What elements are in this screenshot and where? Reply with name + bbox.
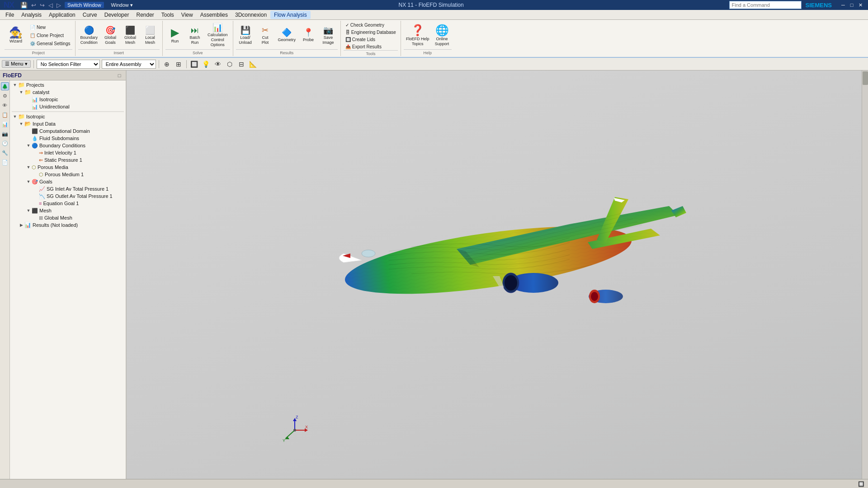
panel-icon-settings[interactable]: ⚙: [1, 92, 9, 100]
tree-item-input-data[interactable]: ▼ 📂 Input Data: [10, 120, 126, 127]
menu-file[interactable]: File: [2, 11, 18, 19]
titlebar-window[interactable]: Window ▾: [111, 2, 133, 8]
toolbar-snap-icon[interactable]: ⊕: [162, 59, 172, 69]
titlebar-undo-icon[interactable]: ↩: [31, 2, 36, 9]
expand-goals[interactable]: ▼: [25, 178, 32, 185]
maximize-button[interactable]: □: [848, 1, 856, 9]
results-buttons: 💾 Load/Unload ✂ CutPlot 🔷 Geometry 📍 Pro…: [236, 22, 338, 49]
wizard-button[interactable]: 🧙 Wizard: [5, 26, 27, 45]
export-results-button[interactable]: 📤 Export Results: [344, 43, 398, 50]
boundary-condition-button[interactable]: 🔵 BoundaryCondition: [78, 25, 100, 47]
calculation-control-button[interactable]: 📊 CalculationControlOptions: [205, 22, 230, 48]
toolbar-light-icon[interactable]: 💡: [201, 59, 211, 69]
titlebar-switch-window[interactable]: Switch Window: [65, 2, 104, 8]
save-image-button[interactable]: 📷 SaveImage: [319, 25, 338, 47]
panel-icon-camera[interactable]: 📷: [1, 130, 9, 138]
online-support-button[interactable]: 🌐 OnlineSupport: [433, 23, 452, 48]
tree-item-porous-medium[interactable]: ⬡ Porous Medium 1: [10, 171, 126, 178]
expand-mesh[interactable]: ▼: [25, 207, 32, 214]
tree-item-isotropic-sub[interactable]: 📊 Isotropic: [10, 96, 126, 103]
expand-input-data[interactable]: ▼: [18, 121, 24, 127]
load-unload-button[interactable]: 💾 Load/Unload: [236, 25, 255, 47]
general-settings-button[interactable]: ⚙️ General Settings: [28, 40, 72, 47]
tree-item-boundary-conditions[interactable]: ▼ 🔵 Boundary Conditions: [10, 142, 126, 149]
menu-curve[interactable]: Curve: [79, 11, 101, 19]
floefd-help-button[interactable]: ❓ FloEFD HelpTopics: [404, 23, 432, 48]
panel-maximize-icon[interactable]: □: [116, 73, 123, 78]
menu-tools[interactable]: Tools: [158, 11, 178, 19]
cut-plot-button[interactable]: ✂ CutPlot: [256, 25, 275, 47]
expand-porous[interactable]: ▼: [25, 164, 32, 170]
expand-isotropic-root[interactable]: ▼: [12, 113, 18, 120]
local-mesh-button[interactable]: ⬜ LocalMesh: [141, 25, 160, 47]
check-geometry-button[interactable]: ✓ Check Geometry: [344, 22, 398, 28]
tree-item-inlet-velocity[interactable]: ⇒ Inlet Velocity 1: [10, 149, 126, 156]
menu-dropdown[interactable]: ☰ Menu ▾: [2, 60, 31, 68]
menu-application[interactable]: Application: [45, 11, 79, 19]
expand-boundary[interactable]: ▼: [25, 142, 32, 149]
viewport-scrollbar[interactable]: [862, 70, 868, 479]
titlebar-save-icon[interactable]: 💾: [20, 2, 28, 9]
tree-item-computational-domain[interactable]: ⬛ Computational Domain: [10, 127, 126, 135]
tree-item-global-mesh[interactable]: ⊞ Global Mesh: [10, 214, 126, 221]
menu-analysis[interactable]: Analysis: [18, 11, 45, 19]
expand-catalyst[interactable]: ▼: [18, 89, 24, 95]
menu-assemblies[interactable]: Assemblies: [197, 11, 231, 19]
viewport[interactable]: Z X Y: [127, 70, 868, 479]
close-button[interactable]: ✕: [856, 1, 864, 9]
selection-filter-select[interactable]: No Selection Filter: [37, 60, 100, 69]
expand-results[interactable]: ▶: [18, 222, 24, 228]
porous-icon: ⬡: [32, 164, 36, 170]
menu-developer[interactable]: Developer: [101, 11, 133, 19]
new-button[interactable]: 📄 New: [28, 24, 72, 31]
tree-item-porous-media[interactable]: ▼ ⬡ Porous Media: [10, 164, 126, 171]
tree-item-goals[interactable]: ▼ 🎯 Goals: [10, 178, 126, 185]
engineering-database-button[interactable]: 🗄 Engineering Database: [344, 29, 398, 36]
tree-item-mesh[interactable]: ▼ ⬛ Mesh: [10, 207, 126, 214]
ribbon-group-help: ❓ FloEFD HelpTopics 🌐 OnlineSupport Help: [401, 21, 454, 56]
tree-item-results[interactable]: ▶ 📊 Results (Not loaded): [10, 221, 126, 229]
search-input[interactable]: [729, 1, 802, 9]
menu-flow-analysis[interactable]: Flow Analysis: [270, 11, 311, 19]
panel-icon-display[interactable]: 👁: [1, 101, 9, 109]
assembly-filter-select[interactable]: Entire Assembly: [102, 60, 156, 69]
tree-item-unidirectional[interactable]: 📊 Unidirectional: [10, 103, 126, 110]
menu-3dconnexion[interactable]: 3Dconnexion: [231, 11, 270, 19]
global-mesh-button[interactable]: ⬛ GlobalMesh: [121, 25, 140, 47]
titlebar-back-icon[interactable]: ◁: [48, 2, 53, 9]
toolbar-render-icon[interactable]: 🔲: [189, 59, 199, 69]
toolbar-wire-icon[interactable]: ⬡: [225, 59, 235, 69]
panel-icon-tools[interactable]: 🔧: [1, 149, 9, 157]
toolbar-section-icon[interactable]: ⊟: [236, 59, 246, 69]
menu-render[interactable]: Render: [132, 11, 157, 19]
panel-icon-doc[interactable]: 📄: [1, 158, 9, 166]
clone-project-button[interactable]: 📋 Clone Project: [28, 32, 72, 39]
tree-item-sg-inlet[interactable]: 📈 SG Inlet Av Total Pressure 1: [10, 185, 126, 192]
menu-view[interactable]: View: [178, 11, 197, 19]
toolbar-clip-icon[interactable]: 📐: [248, 59, 258, 69]
expand-sg-inlet: [33, 186, 39, 192]
create-lids-button[interactable]: 🔲 Create Lids: [344, 36, 398, 43]
titlebar-redo-icon[interactable]: ↪: [40, 2, 45, 9]
tree-item-equation-goal[interactable]: ≡ Equation Goal 1: [10, 200, 126, 207]
toolbar-orient-icon[interactable]: ⊞: [174, 59, 184, 69]
panel-icon-log[interactable]: 📋: [1, 111, 9, 119]
titlebar-fwd-icon[interactable]: ▷: [57, 2, 61, 9]
tree-item-isotropic-root[interactable]: ▼ 📁 Isotropic: [10, 113, 126, 120]
toolbar-view-icon[interactable]: 👁: [213, 59, 223, 69]
tree-item-projects[interactable]: ▼ 📁 Projects: [10, 81, 126, 89]
tree-item-sg-outlet[interactable]: 📉 SG Outlet Av Total Pressure 1: [10, 192, 126, 200]
batch-run-button[interactable]: ⏭ BatchRun: [185, 25, 204, 47]
panel-icon-clock[interactable]: 🕐: [1, 139, 9, 147]
minimize-button[interactable]: ─: [839, 1, 847, 9]
tree-item-catalyst[interactable]: ▼ 📁 catalyst: [10, 89, 126, 96]
geometry-button[interactable]: 🔷 Geometry: [276, 27, 298, 44]
panel-icon-plot[interactable]: 📊: [1, 120, 9, 128]
tree-item-fluid-subdomains[interactable]: 💧 Fluid Subdomains: [10, 135, 126, 142]
probe-button[interactable]: 📍 Probe: [299, 27, 318, 44]
global-goals-button[interactable]: 🎯 GlobalGoals: [101, 25, 120, 47]
expand-projects[interactable]: ▼: [12, 82, 18, 88]
panel-icon-tree[interactable]: 🌲: [1, 82, 9, 90]
tree-item-static-pressure[interactable]: ⇐ Static Pressure 1: [10, 156, 126, 164]
run-button[interactable]: ▶ Run: [165, 26, 184, 45]
